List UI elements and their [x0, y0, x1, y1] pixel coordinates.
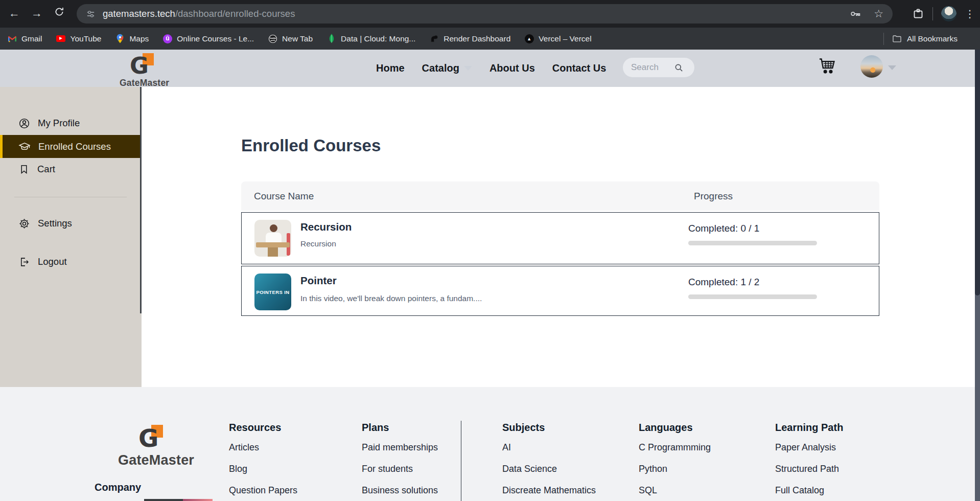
- reload-icon: [54, 6, 65, 17]
- vercel-icon: ▲: [524, 34, 534, 43]
- forward-button[interactable]: →: [29, 6, 45, 22]
- cart-icon: [818, 56, 837, 76]
- footer-link[interactable]: Question Papers: [229, 485, 297, 496]
- column-course-name: Course Name: [254, 191, 314, 202]
- browser-toolbar: ← → gatemasters.tech/dashboard/enrolled-…: [0, 0, 980, 28]
- browser-window: ← → gatemasters.tech/dashboard/enrolled-…: [0, 0, 980, 501]
- browser-menu-icon[interactable]: ⋮: [965, 9, 975, 19]
- course-title: Recursion: [300, 221, 352, 233]
- password-key-icon[interactable]: [849, 8, 861, 20]
- footer-column-languages: Languages C Programmming Python SQL: [639, 422, 711, 501]
- render-icon: [429, 34, 439, 43]
- footer-link[interactable]: For students: [362, 464, 438, 474]
- site-header: G GateMaster Home Catalog About Us Conta…: [0, 50, 975, 87]
- footer-link[interactable]: Paper Analysis: [775, 442, 843, 453]
- page-scrollbar-thumb[interactable]: [975, 50, 980, 295]
- main-nav: Home Catalog About Us Contact Us: [376, 50, 606, 87]
- sidebar-item-enrolled-courses[interactable]: Enrolled Courses: [0, 135, 142, 158]
- bookmark-vercel[interactable]: ▲ Vercel – Vercel: [524, 34, 591, 43]
- nav-catalog[interactable]: Catalog: [422, 62, 472, 74]
- graduation-cap-icon: [18, 141, 31, 153]
- footer-link[interactable]: SQL: [639, 485, 711, 496]
- youtube-icon: [56, 34, 65, 43]
- logout-icon: [18, 256, 30, 268]
- footer-link[interactable]: Full Catalog: [775, 485, 843, 496]
- user-avatar[interactable]: [860, 55, 883, 78]
- footer-link[interactable]: Python: [639, 464, 711, 474]
- extensions-icon[interactable]: [912, 8, 924, 20]
- footer-column-subjects: Subjects AI Data Science Discreate Mathe…: [502, 422, 596, 501]
- search-input[interactable]: [631, 62, 674, 73]
- progress-label: Completed: 0 / 1: [688, 223, 759, 234]
- bookmark-gmail[interactable]: Gmail: [7, 34, 42, 43]
- footer-company-heading: Company: [95, 482, 141, 493]
- bookmark-mongodb[interactable]: Data | Cloud: Mong...: [326, 34, 415, 43]
- sidebar-scrollbar[interactable]: [140, 87, 142, 313]
- table-header: Course Name Progress: [241, 181, 879, 211]
- course-row-pointer[interactable]: POINTERS IN Pointer In this video, we'll…: [241, 266, 879, 316]
- course-row-recursion[interactable]: Recursion Recursion Completed: 0 / 1: [241, 212, 879, 264]
- footer-link[interactable]: Discreate Mathematics: [502, 485, 596, 496]
- url-text: gatemasters.tech/dashboard/enrolled-cour…: [103, 8, 295, 19]
- footer-link[interactable]: AI: [502, 442, 596, 453]
- bookmark-icon: [18, 164, 30, 175]
- site-info-icon[interactable]: [86, 9, 96, 19]
- address-bar[interactable]: gatemasters.tech/dashboard/enrolled-cour…: [77, 4, 893, 24]
- site-footer: G GateMaster Company Resources Articles …: [0, 387, 975, 501]
- globe-icon: [268, 34, 277, 43]
- reload-button[interactable]: [51, 6, 67, 22]
- footer-link[interactable]: Business solutions: [362, 485, 438, 496]
- sidebar-item-cart[interactable]: Cart: [0, 158, 142, 180]
- bookmarks-bar: Gmail YouTube Maps û Online Courses - Le…: [0, 28, 980, 50]
- courses-table: Course Name Progress Recursion Recursion…: [241, 181, 879, 316]
- footer-column-resources: Resources Articles Blog Question Papers: [229, 422, 297, 501]
- footer-link[interactable]: Data Science: [502, 464, 596, 474]
- sidebar-item-settings[interactable]: Settings: [0, 212, 142, 235]
- sidebar-item-logout[interactable]: Logout: [0, 250, 142, 273]
- footer-logo: G: [138, 425, 163, 451]
- footer-link[interactable]: Paid memberships: [362, 442, 438, 453]
- search-box: [623, 58, 694, 77]
- gear-icon: [18, 218, 30, 230]
- footer-cutoff-element-dark: [144, 499, 183, 501]
- nav-contact-us[interactable]: Contact Us: [552, 62, 606, 74]
- toolbar-separator: [932, 7, 933, 20]
- bookmark-online-courses[interactable]: û Online Courses - Le...: [162, 34, 254, 43]
- bookmark-star-icon[interactable]: ☆: [874, 9, 883, 19]
- avatar-dropdown-chevron[interactable]: [888, 65, 896, 70]
- course-thumbnail: POINTERS IN: [254, 274, 291, 310]
- sidebar-item-my-profile[interactable]: My Profile: [0, 112, 142, 134]
- footer-link[interactable]: C Programmming: [639, 442, 711, 453]
- course-thumbnail: [254, 220, 291, 257]
- maps-pin-icon: [115, 34, 125, 43]
- page-title: Enrolled Courses: [241, 136, 381, 155]
- course-title: Pointer: [300, 275, 337, 287]
- bookmark-maps[interactable]: Maps: [115, 34, 149, 43]
- footer-link[interactable]: Articles: [229, 442, 297, 453]
- back-button[interactable]: ←: [6, 6, 22, 22]
- footer-link[interactable]: Blog: [229, 464, 297, 474]
- bookmark-new-tab[interactable]: New Tab: [268, 34, 313, 43]
- nav-about-us[interactable]: About Us: [489, 62, 535, 74]
- nav-home[interactable]: Home: [376, 62, 405, 74]
- browser-profile-avatar[interactable]: [941, 6, 956, 21]
- logo-letter: G: [130, 53, 154, 78]
- column-progress: Progress: [694, 191, 733, 202]
- footer-column-learning-path: Learning Path Paper Analysis Structured …: [775, 422, 843, 501]
- course-subtitle: Recursion: [300, 239, 336, 248]
- all-bookmarks-button[interactable]: All Bookmarks: [883, 33, 958, 45]
- cart-button[interactable]: [818, 56, 838, 79]
- gmail-icon: [7, 34, 17, 43]
- footer-link[interactable]: Structured Path: [775, 464, 843, 474]
- site-logo[interactable]: G: [130, 53, 154, 78]
- footer-cutoff-element-pink: [183, 499, 213, 501]
- mongodb-leaf-icon: [326, 34, 336, 43]
- bookmark-render[interactable]: Render Dashboard: [429, 34, 510, 43]
- dashboard-sidebar: My Profile Enrolled Courses Cart Setting…: [0, 87, 142, 387]
- logo-letter: G: [138, 425, 163, 451]
- footer-column-plans: Plans Paid memberships For students Busi…: [362, 422, 438, 501]
- course-subtitle: In this video, we'll break down pointers…: [300, 294, 482, 303]
- user-icon: [18, 118, 30, 129]
- bookmark-youtube[interactable]: YouTube: [56, 34, 101, 43]
- search-icon[interactable]: [674, 63, 684, 73]
